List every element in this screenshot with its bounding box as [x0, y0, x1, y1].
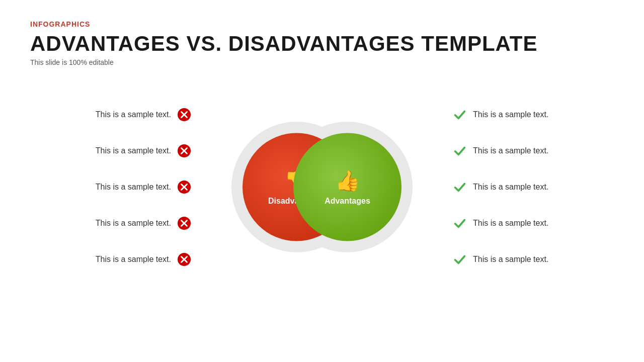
cross-icon: [177, 216, 191, 230]
item-text: This is a sample text.: [473, 183, 548, 192]
list-item: This is a sample text.: [453, 180, 614, 194]
item-text: This is a sample text.: [473, 219, 548, 228]
item-text: This is a sample text.: [96, 146, 171, 155]
content-area: This is a sample text. This is a sample …: [30, 81, 614, 293]
item-text: This is a sample text.: [96, 183, 171, 192]
advantages-label: Advantages: [325, 197, 370, 206]
list-item: This is a sample text.: [453, 144, 614, 158]
list-item: This is a sample text.: [30, 252, 191, 266]
check-icon: [453, 252, 467, 266]
category-label: Infographics: [30, 20, 614, 28]
venn-diagram: 👎 Disadvantages 👍 Advantages: [216, 81, 428, 293]
list-item: This is a sample text.: [30, 216, 191, 230]
cross-icon: [177, 108, 191, 122]
slide: Infographics ADVANTAGES VS. DISADVANTAGE…: [0, 0, 644, 362]
item-text: This is a sample text.: [96, 110, 171, 119]
advantages-circle: 👍 Advantages: [293, 133, 401, 241]
cross-icon: [177, 252, 191, 266]
list-item: This is a sample text.: [453, 108, 614, 122]
check-icon: [453, 108, 467, 122]
item-text: This is a sample text.: [96, 219, 171, 228]
check-icon: [453, 216, 467, 230]
advantages-list: This is a sample text. This is a sample …: [453, 81, 614, 293]
list-item: This is a sample text.: [30, 144, 191, 158]
list-item: This is a sample text.: [30, 180, 191, 194]
check-icon: [453, 144, 467, 158]
main-title: ADVANTAGES VS. DISADVANTAGES TEMPLATE: [30, 32, 614, 55]
item-text: This is a sample text.: [473, 146, 548, 155]
check-icon: [453, 180, 467, 194]
item-text: This is a sample text.: [96, 255, 171, 264]
list-item: This is a sample text.: [453, 252, 614, 266]
item-text: This is a sample text.: [473, 255, 548, 264]
item-text: This is a sample text.: [473, 110, 548, 119]
cross-icon: [177, 180, 191, 194]
subtitle: This slide is 100% editable: [30, 58, 614, 66]
list-item: This is a sample text.: [453, 216, 614, 230]
cross-icon: [177, 144, 191, 158]
disadvantages-list: This is a sample text. This is a sample …: [30, 81, 191, 293]
list-item: This is a sample text.: [30, 108, 191, 122]
thumbs-up-icon: 👍: [335, 169, 360, 193]
